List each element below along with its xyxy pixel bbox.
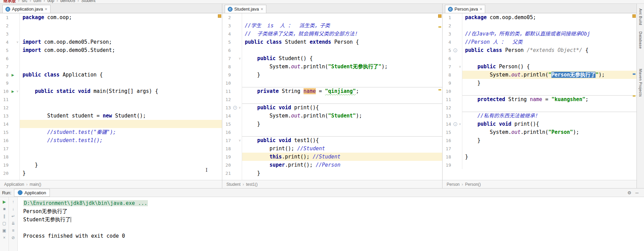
fold-marker[interactable]: ∨ — [238, 57, 242, 60]
nav-item[interactable]: oop — [47, 0, 54, 3]
restore-layout-icon[interactable]: ▢ — [2, 221, 6, 225]
code-line[interactable]: 12 — [0, 103, 222, 112]
tool-window-button-database[interactable]: Database — [639, 31, 643, 49]
code-line[interactable]: 11 private String name = "qinjiang"; — [222, 87, 442, 95]
code-line[interactable]: 2 — [0, 22, 222, 30]
code-line[interactable]: 18 print(); //Student — [222, 144, 442, 153]
inspections-status-icon[interactable] — [438, 14, 442, 18]
code-line[interactable]: 11 — [0, 95, 222, 103]
fold-marker[interactable]: ∨ — [458, 65, 462, 68]
fold-marker[interactable]: ∨ — [238, 106, 242, 109]
clear-all-icon[interactable]: ⊘ — [11, 236, 15, 240]
nav-item[interactable]: com — [33, 0, 41, 3]
code-line[interactable]: 16 //student.test1(); — [0, 136, 222, 144]
code-line[interactable]: 12 — [222, 95, 442, 103]
code-line[interactable]: 6 — [443, 54, 636, 62]
nav-item[interactable]: Student — [81, 0, 95, 3]
code-line[interactable]: 4//Person 人 ： 父类 — [443, 38, 636, 46]
down-stack-trace-icon[interactable]: ↓ — [12, 207, 14, 211]
code-line[interactable]: 18 — [0, 153, 222, 161]
settings-gear-icon[interactable]: ⚙ — [627, 190, 631, 195]
code-line[interactable]: 7 — [0, 62, 222, 71]
soft-wrap-icon[interactable]: ↵ — [11, 214, 15, 218]
code-line[interactable]: 19 this.print(); //Student — [222, 153, 442, 161]
code-line[interactable]: 16 } — [443, 136, 636, 144]
code-line[interactable]: 3//在Java中，所有的类，都默认直接或者间接继承Obj — [443, 30, 636, 38]
code-line[interactable]: 17 — [0, 144, 222, 153]
code-line[interactable]: 8 System.out.println("Student无参执行了"); — [222, 62, 442, 71]
hide-panel-icon[interactable]: ─ — [635, 190, 639, 195]
code-line[interactable]: 10▶∨ public static void main(String[] ar… — [0, 87, 222, 95]
nav-item[interactable]: demo05 — [60, 0, 75, 3]
breadcrumb-item[interactable]: test1() — [246, 182, 257, 187]
code-line[interactable]: 5public class Student extends Person { — [222, 38, 442, 46]
code-line[interactable]: 14↓∨ public void print(){ — [443, 120, 636, 128]
fold-marker[interactable]: ∨ — [15, 89, 19, 93]
run-gutter-icon[interactable]: ▶ — [12, 89, 14, 93]
code-line[interactable]: 21 } — [222, 169, 442, 177]
console-output[interactable]: D:\Environment\jdk8\jdk\bin\java.exe ...… — [18, 197, 644, 251]
inspections-status-icon[interactable] — [632, 14, 636, 18]
scroll-to-end-icon[interactable]: ⇊ — [11, 221, 15, 225]
nav-item[interactable]: 继承版 — [3, 0, 16, 3]
tab-close-icon[interactable]: × — [45, 7, 47, 11]
code-line[interactable]: 5import com.oop.demo05.Student; — [0, 46, 222, 54]
code-line[interactable]: 12 — [443, 103, 636, 112]
code-line[interactable]: 17∨ public void test1(){ — [222, 136, 442, 144]
code-line[interactable]: 4∨import com.oop.demo05.Person; — [0, 38, 222, 46]
breadcrumb-item[interactable]: Student — [226, 182, 240, 187]
code-line[interactable]: 3 — [0, 30, 222, 38]
editor-tab[interactable]: C Student.java × — [225, 5, 266, 13]
tab-close-icon[interactable]: × — [261, 7, 263, 11]
code-line[interactable]: 10 — [222, 79, 442, 87]
scrollbar-stripe[interactable] — [632, 13, 636, 180]
code-line[interactable]: 2 — [443, 22, 636, 30]
code-line[interactable]: 14 System.out.println("Student"); — [222, 112, 442, 120]
close-icon[interactable]: × — [3, 236, 5, 240]
breadcrumb-item[interactable]: main() — [30, 182, 41, 187]
code-line[interactable]: 1package com.oop; — [0, 13, 222, 22]
tab-close-icon[interactable]: × — [480, 7, 482, 11]
code-line[interactable]: 21 — [0, 177, 222, 180]
code-line[interactable]: 15 System.out.println("Person"); — [443, 128, 636, 136]
nav-item[interactable]: src — [22, 0, 27, 3]
overridden-gutter-icon[interactable]: ↓ — [453, 122, 457, 126]
code-line[interactable]: 6 — [222, 46, 442, 54]
code-line[interactable]: 9 } — [443, 79, 636, 87]
code-line[interactable]: 3//学生 is 人 ： 派生类，子类 — [222, 22, 442, 30]
up-stack-trace-icon[interactable]: ↑ — [12, 200, 14, 204]
code-line[interactable]: 19 — [443, 161, 636, 169]
code-line[interactable]: 20} — [0, 169, 222, 177]
run-tab-application[interactable]: Application — [14, 189, 50, 197]
code-line[interactable]: 9 } — [222, 71, 442, 79]
scrollbar-stripe[interactable] — [217, 13, 222, 180]
code-line[interactable]: 7∨ public Student() { — [222, 54, 442, 62]
code-line[interactable]: 15 } — [222, 120, 442, 128]
breadcrumb-item[interactable]: Person() — [465, 182, 481, 187]
code-editor[interactable]: 1package com.oop.demo05;23//在Java中，所有的类，… — [443, 13, 636, 180]
code-editor[interactable]: 1package com.oop;234∨import com.oop.demo… — [0, 13, 222, 180]
code-line[interactable]: 13↑∨ public void print(){ — [222, 103, 442, 112]
code-line[interactable]: 8▶public class Application { — [0, 71, 222, 79]
subclass-gutter-icon[interactable]: ↓ — [453, 48, 457, 52]
code-line[interactable]: 7∨ public Person() { — [443, 62, 636, 71]
tool-window-button-ant-build[interactable]: Ant Build — [639, 9, 643, 25]
editor-tab[interactable]: C Person.java × — [445, 5, 485, 13]
breadcrumb-item[interactable]: Person — [447, 182, 460, 187]
code-line[interactable]: 15 //student.test("秦疆"); — [0, 128, 222, 136]
code-line[interactable]: 11 protected String name = "kuangshen"; — [443, 95, 636, 103]
stop-icon[interactable]: ■ — [3, 207, 5, 211]
inspections-status-icon[interactable] — [218, 14, 221, 18]
code-line[interactable]: 5↓public class Person /*extends Object*/… — [443, 46, 636, 54]
code-line[interactable]: 16 — [222, 128, 442, 136]
code-line[interactable]: 18} — [443, 153, 636, 161]
code-line[interactable]: 19 } — [0, 161, 222, 169]
code-line[interactable]: 2 — [222, 13, 442, 22]
breadcrumb-item[interactable]: Application — [4, 182, 24, 187]
code-line[interactable]: 17 — [443, 144, 636, 153]
rerun-icon[interactable]: ▶ — [3, 200, 6, 204]
scrollbar-stripe[interactable] — [437, 13, 442, 180]
run-gutter-icon[interactable]: ▶ — [12, 73, 14, 77]
code-line[interactable]: 20 super.print(); //Person — [222, 161, 442, 169]
pause-output-icon[interactable]: ∥ — [3, 214, 5, 218]
